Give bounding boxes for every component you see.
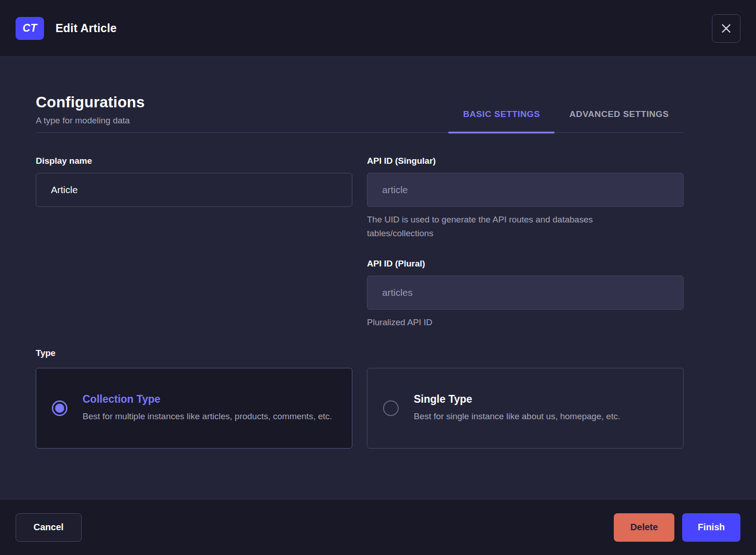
- display-name-field-block: Display name: [36, 156, 352, 329]
- single-type-title: Single Type: [414, 393, 620, 405]
- form-grid: Display name API ID (Singular) The UID i…: [36, 156, 684, 329]
- single-type-radio[interactable]: [383, 400, 399, 416]
- modal-footer: Cancel Delete Finish: [0, 499, 756, 555]
- tab-advanced-settings[interactable]: ADVANCED SETTINGS: [555, 109, 684, 132]
- close-icon: [720, 22, 732, 34]
- api-id-plural-input: [367, 276, 684, 310]
- single-type-text: Single Type Best for single instance lik…: [414, 393, 639, 423]
- api-id-singular-input: [367, 173, 684, 207]
- type-section: Type Collection Type Best for multiple i…: [36, 348, 684, 449]
- api-id-column: API ID (Singular) The UID is used to gen…: [367, 156, 684, 329]
- content-type-badge: CT: [16, 17, 44, 40]
- page-subtitle: A type for modeling data: [36, 116, 145, 126]
- type-label: Type: [36, 348, 684, 358]
- collection-type-title: Collection Type: [83, 393, 332, 405]
- collection-type-description: Best for multiple instances like article…: [83, 410, 332, 423]
- delete-button[interactable]: Delete: [614, 513, 674, 542]
- modal-title: Edit Article: [56, 22, 117, 35]
- api-id-plural-label: API ID (Plural): [367, 259, 684, 269]
- page-title: Configurations: [36, 94, 145, 111]
- modal-header: CT Edit Article: [0, 0, 756, 57]
- collection-type-radio[interactable]: [52, 400, 67, 416]
- api-id-plural-hint: Pluralized API ID: [367, 316, 651, 329]
- content-type-badge-label: CT: [22, 22, 37, 34]
- settings-tabs: BASIC SETTINGS ADVANCED SETTINGS: [448, 109, 684, 132]
- modal-body: Configurations A type for modeling data …: [0, 57, 756, 499]
- type-cards: Collection Type Best for multiple instan…: [36, 368, 684, 449]
- collection-type-card[interactable]: Collection Type Best for multiple instan…: [36, 368, 352, 449]
- display-name-label: Display name: [36, 156, 352, 166]
- configurations-titles: Configurations A type for modeling data: [36, 94, 145, 132]
- tab-basic-settings[interactable]: BASIC SETTINGS: [448, 109, 555, 132]
- single-type-card[interactable]: Single Type Best for single instance lik…: [367, 368, 684, 449]
- finish-button[interactable]: Finish: [682, 513, 740, 542]
- api-id-singular-field-block: API ID (Singular) The UID is used to gen…: [367, 156, 684, 240]
- api-id-singular-label: API ID (Singular): [367, 156, 684, 166]
- cancel-button[interactable]: Cancel: [16, 513, 82, 542]
- configurations-header: Configurations A type for modeling data …: [36, 94, 684, 133]
- api-id-plural-field-block: API ID (Plural) Pluralized API ID: [367, 259, 684, 329]
- display-name-input[interactable]: [36, 173, 352, 207]
- single-type-description: Best for single instance like about us, …: [414, 410, 620, 423]
- collection-type-text: Collection Type Best for multiple instan…: [83, 393, 350, 423]
- close-button[interactable]: [712, 14, 740, 43]
- api-id-singular-hint: The UID is used to generate the API rout…: [367, 213, 651, 240]
